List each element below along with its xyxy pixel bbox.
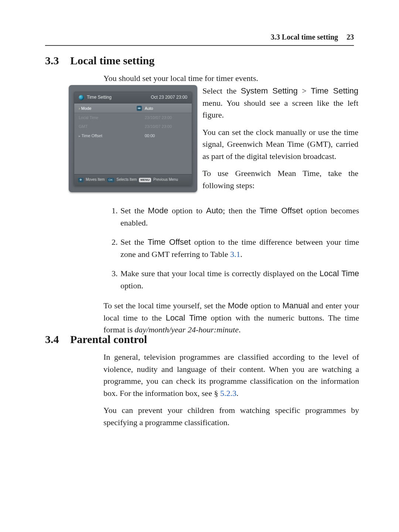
row-mode[interactable]: Mode ◂▸ Auto bbox=[74, 104, 192, 113]
row-gmt-value: 23/10/07 23:00 bbox=[145, 123, 187, 129]
dialog-footer: ✥ Moves Item OK Selects Item MENU Previo… bbox=[74, 174, 192, 185]
step-1: Set the Mode option to Auto; then the Ti… bbox=[120, 205, 359, 229]
dialog-list: Mode ◂▸ Auto Local Time 23/10/07 23:00 G… bbox=[74, 104, 192, 174]
row-time-offset-value: 00:00 bbox=[145, 133, 187, 139]
dialog-datetime: Oct 23 2007 23:00 bbox=[151, 94, 187, 101]
page: 3.3 Local time setting 23 3.3Local time … bbox=[0, 0, 399, 532]
menu-button-icon: MENU bbox=[139, 178, 151, 182]
section-title: Parental control bbox=[70, 333, 147, 345]
row-local-time: Local Time 23/10/07 23:00 bbox=[74, 113, 192, 122]
gmt-steps-list: Set the Mode option to Auto; then the Ti… bbox=[103, 205, 359, 292]
row-time-offset-label: Time Offset bbox=[79, 133, 137, 139]
para-manual-set: To set the local time yourself, set the … bbox=[103, 300, 359, 336]
footer-selects: Selects Item bbox=[116, 177, 137, 183]
para-parental-intro: In general, television programmes are cl… bbox=[103, 351, 359, 399]
intro-line: You should set your local time for timer… bbox=[103, 72, 359, 85]
row-gmt: GMT 23/10/07 23:00 bbox=[74, 122, 192, 131]
running-header: 3.3 Local time setting 23 bbox=[45, 32, 354, 46]
dialog-header: Time Setting Oct 23 2007 23:00 bbox=[74, 92, 192, 104]
row-time-offset[interactable]: Time Offset 00:00 bbox=[74, 131, 192, 140]
link-table-3-1[interactable]: 3.1 bbox=[230, 250, 241, 259]
section-title: Local time setting bbox=[70, 54, 154, 67]
para-select-menu: Select the System Setting > Time Setting… bbox=[202, 85, 358, 121]
section-number: 3.4 bbox=[45, 331, 70, 348]
menu-system-setting: System Setting bbox=[241, 86, 298, 95]
time-setting-figure: Time Setting Oct 23 2007 23:00 Mode ◂▸ A… bbox=[69, 85, 197, 192]
arrow-left-right-icon: ◂▸ bbox=[137, 106, 141, 111]
ok-icon: OK bbox=[107, 178, 115, 182]
time-format: day/month/year 24-hour:minute bbox=[134, 325, 239, 334]
row-gmt-label: GMT bbox=[79, 123, 137, 129]
running-header-section: 3.3 Local time setting bbox=[271, 33, 338, 41]
row-mode-value: Auto bbox=[145, 105, 187, 111]
row-local-time-value: 23/10/07 23:00 bbox=[145, 115, 187, 121]
page-number: 23 bbox=[347, 33, 354, 41]
section-heading-3-3: 3.3Local time setting bbox=[45, 52, 154, 69]
row-mode-label: Mode bbox=[79, 105, 137, 111]
footer-previous-menu: Previous Menu bbox=[153, 177, 178, 183]
para-parental-prevent: You can prevent your children from watch… bbox=[103, 404, 359, 428]
row-local-time-label: Local Time bbox=[79, 115, 137, 121]
dialog-title: Time Setting bbox=[87, 94, 112, 101]
menu-time-setting: Time Setting bbox=[311, 86, 358, 95]
section-number: 3.3 bbox=[45, 52, 70, 69]
para-gmt-steps-intro: To use Greenwich Mean Time, take the fol… bbox=[202, 167, 358, 192]
time-setting-dialog: Time Setting Oct 23 2007 23:00 Mode ◂▸ A… bbox=[74, 92, 192, 186]
step-3: Make sure that your local time is correc… bbox=[120, 268, 359, 292]
globe-icon bbox=[79, 95, 84, 100]
footer-moves: Moves Item bbox=[86, 177, 105, 183]
link-section-5-2-3[interactable]: 5.2.3 bbox=[220, 389, 236, 398]
dpad-icon: ✥ bbox=[78, 178, 83, 182]
section-heading-3-4: 3.4Parental control bbox=[45, 331, 147, 348]
step-2: Set the Time Offset option to the time d… bbox=[120, 236, 359, 260]
para-clock-manual-gmt: You can set the clock manually or use th… bbox=[202, 126, 358, 163]
